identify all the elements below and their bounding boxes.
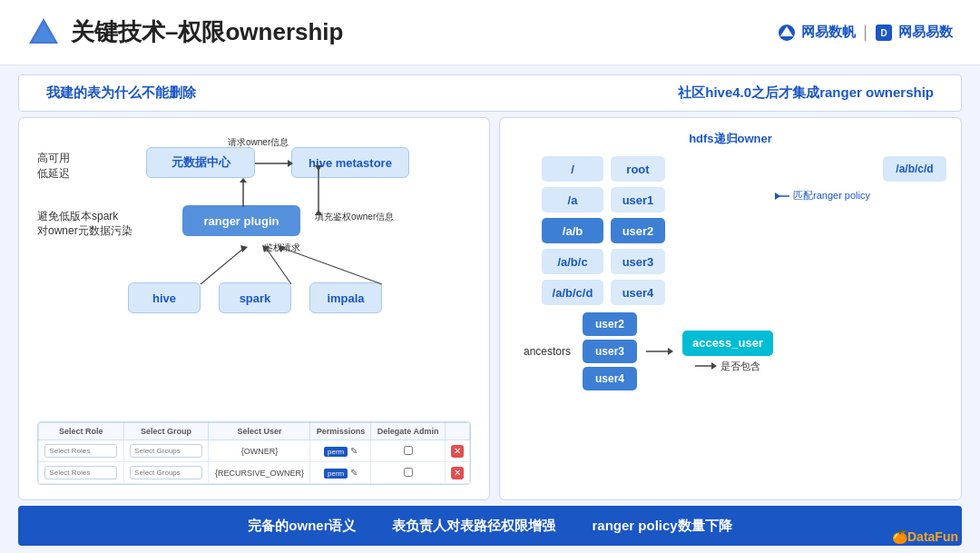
arrow-right-icon [695, 360, 717, 371]
anc-user3: user3 [583, 340, 637, 363]
main-content: 高可用 低延迟 避免低版本spark 对owner元数据污染 元数据中心 hiv… [18, 117, 962, 500]
access-user-box: access_user [682, 331, 773, 356]
hdfs-user2: user2 [611, 218, 665, 243]
role-input[interactable] [44, 444, 117, 458]
header-logo-icon [27, 16, 60, 49]
perm-edit-button[interactable]: ✎ [350, 446, 358, 456]
hdfs-user-root: root [611, 156, 665, 182]
anc-user4: user4 [583, 367, 637, 390]
group-input[interactable] [130, 466, 202, 479]
right-panel: hdfs递归owner / root /a/b/c/d /a user1 [499, 117, 962, 500]
col-select-user: Select User [209, 423, 310, 440]
svg-marker-14 [240, 245, 248, 252]
access-user-wrap: access_user 是否包含 [682, 331, 773, 373]
page-title: 关键技术–权限ownership [71, 16, 343, 48]
hdfs-path-abcd: /a/b/c/d [542, 280, 603, 305]
diagram-area: 高可用 低延迟 避免低版本spark 对owner元数据污染 元数据中心 hiv… [37, 133, 471, 416]
arrow-metastore-ranger [309, 165, 328, 215]
header: 关键技术–权限ownership 网易数帆 | D 网易易数 [0, 0, 980, 65]
ancestors-section: ancestors user2 user3 user4 access_user [524, 312, 946, 390]
col-permissions: Permissions [310, 423, 371, 440]
svg-marker-7 [288, 160, 293, 167]
datafun-logo: 🍊DataFun [892, 529, 958, 544]
col-select-role: Select Role [39, 423, 124, 440]
delegate-checkbox[interactable] [404, 446, 413, 455]
arrow-up-metastore [237, 178, 250, 207]
svg-line-17 [282, 248, 382, 284]
brand-logo-2: D 网易易数 [875, 24, 953, 42]
hdfs-user3: user3 [611, 249, 665, 274]
footer: 完备的owner语义 表负责人对表路径权限增强 ranger policy数量下… [18, 506, 962, 546]
brand1-text: 网易数帆 [801, 24, 856, 41]
hdfs-row-abc: /a/b/c user3 [542, 249, 946, 274]
svg-marker-20 [775, 193, 780, 200]
svg-line-15 [266, 248, 291, 284]
hdfs-row-ab: /a/b user2 [542, 218, 946, 243]
role-input[interactable] [44, 466, 117, 479]
brand1-icon [778, 24, 796, 42]
svg-marker-10 [315, 210, 322, 215]
role-cell [39, 462, 124, 484]
brand-divider: | [863, 23, 867, 42]
datafun-text: 🍊DataFun [892, 529, 958, 544]
header-right: 网易数帆 | D 网易易数 [778, 23, 953, 42]
anc-user2: user2 [583, 312, 637, 336]
group-cell [123, 440, 209, 462]
perm-cell: perm ✎ [310, 440, 371, 462]
perm-badge: perm [324, 447, 348, 457]
sub-header-right-text: 社区hive4.0之后才集成ranger ownership [678, 84, 934, 102]
hdfs-user4: user4 [611, 280, 665, 305]
hdfs-path-abc: /a/b/c [542, 249, 603, 274]
arrows-to-ranger [164, 234, 391, 289]
brand2-text: 网易易数 [898, 24, 953, 41]
sub-header-left-text: 我建的表为什么不能删除 [46, 84, 196, 102]
svg-marker-12 [240, 178, 247, 183]
perm-badge: perm [324, 469, 348, 479]
label-low-latency: 低延迟 [37, 166, 132, 182]
svg-line-13 [201, 248, 244, 284]
brand-logo-1: 网易数帆 [778, 24, 856, 42]
ancestors-boxes: user2 user3 user4 [583, 312, 637, 390]
user-cell: {OWNER} [209, 440, 310, 462]
group-cell [123, 462, 209, 484]
label-owner-pollution: 对owner元数据污染 [37, 223, 132, 239]
hdfs-row-a: /a user1 匹配ranger policy [542, 187, 946, 212]
hdfs-grid: / root /a/b/c/d /a user1 匹配rang [514, 156, 946, 390]
hdfs-row-abcd: /a/b/c/d user4 [542, 280, 946, 305]
group-input[interactable] [130, 444, 202, 458]
hdfs-path-ab: /a/b [542, 218, 603, 243]
arrow-to-access-user [646, 329, 673, 374]
delete-button[interactable]: ✕ [451, 467, 464, 479]
user-cell: {RECURSIVE_OWNER} [209, 462, 310, 484]
perm-edit-button[interactable]: ✎ [350, 468, 358, 478]
label-high-avail: 高可用 [37, 151, 132, 166]
footer-item-2: 表负责人对表路径权限增强 [392, 518, 555, 535]
is-contain-wrap: 是否包含 [695, 360, 760, 373]
hdfs-title: hdfs递归owner [514, 131, 946, 147]
delete-button[interactable]: ✕ [451, 445, 464, 458]
delete-cell: ✕ [445, 440, 469, 462]
role-cell [39, 440, 124, 462]
arrow-left-icon [775, 191, 789, 202]
arrow-to-metastore [255, 158, 293, 169]
hdfs-row-root: / root /a/b/c/d [542, 156, 946, 182]
svg-text:D: D [880, 28, 887, 38]
col-delegate-admin: Delegate Admin [371, 423, 445, 440]
svg-marker-24 [711, 362, 717, 370]
col-action [445, 423, 469, 440]
request-owner-label: 请求owner信息 [228, 136, 289, 149]
ranger-policy-wrap: 匹配ranger policy [775, 189, 870, 202]
hdfs-extra-path: /a/b/c/d [883, 156, 946, 182]
svg-marker-22 [668, 348, 673, 355]
perm-cell: perm ✎ [310, 462, 371, 484]
ranger-plugin-box: ranger plugin [182, 205, 300, 236]
metadata-center-box: 元数据中心 [146, 147, 255, 178]
delete-cell: ✕ [445, 462, 469, 484]
permission-table-wrap: Select Role Select Group Select User Per… [37, 421, 471, 485]
left-panel: 高可用 低延迟 避免低版本spark 对owner元数据污染 元数据中心 hiv… [18, 117, 490, 500]
delegate-checkbox[interactable] [404, 468, 413, 477]
ranger-policy-label: 匹配ranger policy [793, 189, 870, 202]
footer-item-1: 完备的owner语义 [248, 518, 356, 535]
permission-table: Select Role Select Group Select User Per… [38, 422, 470, 484]
table-row: {OWNER} perm ✎ ✕ [39, 440, 470, 462]
